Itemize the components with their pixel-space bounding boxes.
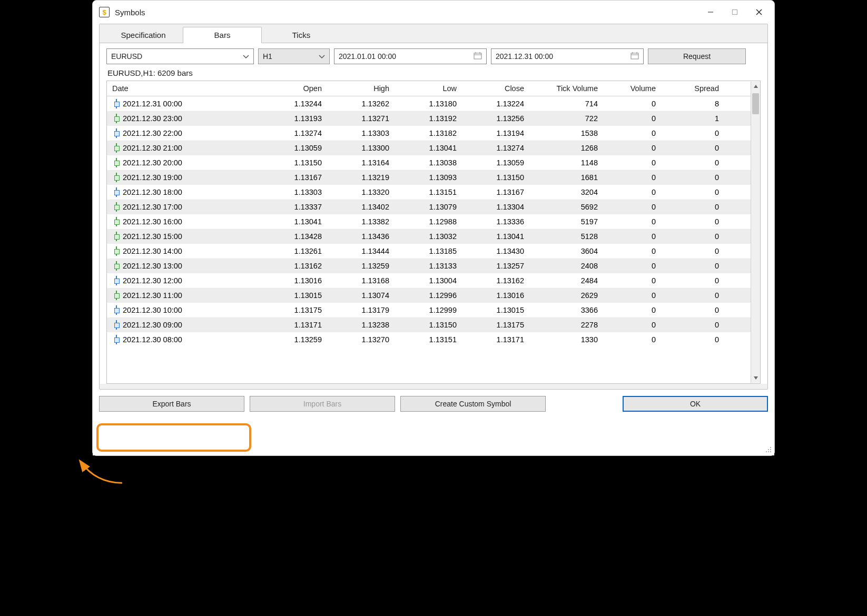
cell-close: 1.13430 (462, 244, 529, 259)
table-row[interactable]: 2021.12.30 08:001.132591.132701.131511.1… (107, 332, 760, 347)
tab-ticks[interactable]: Ticks (262, 27, 341, 43)
cell-volume: 0 (603, 244, 661, 259)
table-row[interactable]: 2021.12.30 18:001.133031.133201.131511.1… (107, 185, 760, 200)
table-row[interactable]: 2021.12.30 21:001.130591.133001.130411.1… (107, 141, 760, 155)
vertical-scrollbar[interactable] (751, 82, 760, 383)
candle-up-icon (114, 114, 119, 123)
cell-date-text: 2021.12.30 23:00 (123, 114, 182, 123)
cell-open: 1.13428 (260, 229, 327, 244)
candle-down-icon (114, 306, 119, 314)
cell-tick-volume: 2484 (529, 273, 603, 288)
cell-spread: 0 (661, 244, 724, 259)
ok-button[interactable]: OK (623, 396, 768, 412)
candle-up-icon (114, 291, 119, 300)
cell-spread: 8 (661, 96, 724, 111)
svg-rect-8 (631, 53, 638, 59)
candle-up-icon (114, 217, 119, 226)
cell-open: 1.13171 (260, 317, 327, 332)
cell-high: 1.13074 (327, 288, 395, 303)
cell-spread: 0 (661, 200, 724, 214)
cell-open: 1.13244 (260, 96, 327, 111)
scroll-thumb[interactable] (752, 93, 759, 114)
table-row[interactable]: 2021.12.30 17:001.133371.134021.130791.1… (107, 200, 760, 214)
tab-bars[interactable]: Bars (183, 27, 262, 43)
cell-volume: 0 (603, 317, 661, 332)
cell-high: 1.13238 (327, 317, 395, 332)
cell-volume: 0 (603, 200, 661, 214)
col-high[interactable]: High (327, 81, 395, 96)
table-row[interactable]: 2021.12.30 14:001.132611.134441.131851.1… (107, 244, 760, 259)
table-row[interactable]: 2021.12.30 19:001.131671.132191.130931.1… (107, 170, 760, 185)
col-date[interactable]: Date (107, 81, 260, 96)
table-row[interactable]: 2021.12.30 23:001.131931.132711.131921.1… (107, 111, 760, 126)
svg-rect-4 (474, 53, 481, 59)
minimize-button[interactable] (698, 4, 723, 21)
from-date-input[interactable]: 2021.01.01 00:00 (334, 48, 487, 64)
import-bars-button[interactable]: Import Bars (250, 396, 395, 412)
cell-low: 1.13093 (395, 170, 462, 185)
timeframe-combo[interactable]: H1 (258, 48, 330, 64)
close-button[interactable] (747, 4, 771, 21)
request-button[interactable]: Request (648, 48, 746, 64)
cell-date-text: 2021.12.30 10:00 (123, 306, 182, 314)
cell-tick-volume: 1681 (529, 170, 603, 185)
cell-low: 1.13151 (395, 332, 462, 347)
symbol-combo[interactable]: EURUSD (106, 48, 254, 64)
status-line: EURUSD,H1: 6209 bars (106, 64, 761, 81)
cell-low: 1.13004 (395, 273, 462, 288)
table-row[interactable]: 2021.12.30 10:001.131751.131791.129991.1… (107, 303, 760, 317)
cell-open: 1.13274 (260, 126, 327, 141)
cell-high: 1.13271 (327, 111, 395, 126)
scroll-track[interactable] (751, 91, 760, 373)
col-tick-volume[interactable]: Tick Volume (529, 81, 603, 96)
cell-close: 1.13171 (462, 332, 529, 347)
table-row[interactable]: 2021.12.30 20:001.131501.131641.130381.1… (107, 155, 760, 170)
col-volume[interactable]: Volume (603, 81, 661, 96)
scroll-up-icon[interactable] (751, 82, 760, 91)
cell-date: 2021.12.30 19:00 (107, 170, 260, 185)
svg-point-17 (766, 451, 767, 452)
table-row[interactable]: 2021.12.30 12:001.130161.131681.130041.1… (107, 273, 760, 288)
cell-volume: 0 (603, 214, 661, 229)
table-row[interactable]: 2021.12.31 00:001.132441.132621.131801.1… (107, 96, 760, 111)
cell-open: 1.13167 (260, 170, 327, 185)
create-custom-symbol-button[interactable]: Create Custom Symbol (400, 396, 546, 412)
resize-grip-icon[interactable] (765, 446, 772, 453)
cell-close: 1.13336 (462, 214, 529, 229)
cell-low: 1.12988 (395, 214, 462, 229)
cell-open: 1.13041 (260, 214, 327, 229)
export-bars-button[interactable]: Export Bars (99, 396, 244, 412)
cell-high: 1.13164 (327, 155, 395, 170)
col-low[interactable]: Low (395, 81, 462, 96)
cell-tick-volume: 3204 (529, 185, 603, 200)
tab-specification[interactable]: Specification (104, 27, 183, 43)
cell-date-text: 2021.12.30 19:00 (123, 173, 182, 182)
table-row[interactable]: 2021.12.30 16:001.130411.133821.129881.1… (107, 214, 760, 229)
cell-tick-volume: 1330 (529, 332, 603, 347)
cell-spread: 0 (661, 155, 724, 170)
table-row[interactable]: 2021.12.30 09:001.131711.132381.131501.1… (107, 317, 760, 332)
maximize-button[interactable] (723, 4, 747, 21)
cell-date-text: 2021.12.30 22:00 (123, 129, 182, 137)
cell-date: 2021.12.30 22:00 (107, 126, 260, 141)
cell-date: 2021.12.30 08:00 (107, 332, 260, 347)
col-open[interactable]: Open (260, 81, 327, 96)
table-row[interactable]: 2021.12.30 11:001.130151.130741.129961.1… (107, 288, 760, 303)
col-spread[interactable]: Spread (661, 81, 724, 96)
chevron-down-icon (319, 52, 325, 61)
symbols-window: $ Symbols Specification Bars Ticks EURUS… (92, 0, 775, 456)
scroll-down-icon[interactable] (751, 373, 760, 383)
cell-tick-volume: 2408 (529, 259, 603, 273)
col-close[interactable]: Close (462, 81, 529, 96)
to-date-input[interactable]: 2021.12.31 00:00 (491, 48, 644, 64)
candle-up-icon (114, 262, 119, 270)
table-row[interactable]: 2021.12.30 13:001.131621.132591.131331.1… (107, 259, 760, 273)
cell-date: 2021.12.30 16:00 (107, 214, 260, 229)
cell-high: 1.13320 (327, 185, 395, 200)
table-row[interactable]: 2021.12.30 15:001.134281.134361.130321.1… (107, 229, 760, 244)
grid-header[interactable]: Date Open High Low Close Tick Volume Vol… (107, 81, 760, 96)
cell-spread: 0 (661, 185, 724, 200)
cell-close: 1.13194 (462, 126, 529, 141)
table-row[interactable]: 2021.12.30 22:001.132741.133031.131821.1… (107, 126, 760, 141)
candle-up-icon (114, 158, 119, 167)
